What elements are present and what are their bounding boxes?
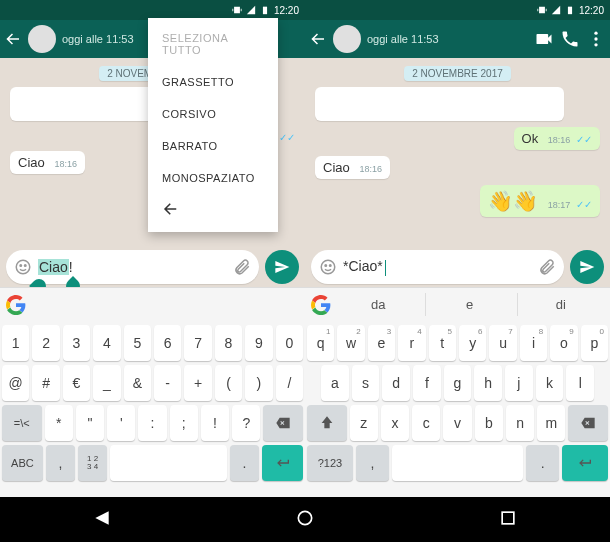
key-rparen[interactable]: ) (245, 365, 272, 401)
key-i[interactable]: i8 (520, 325, 547, 361)
key-d[interactable]: d (382, 365, 410, 401)
key-mode-abc[interactable]: ABC (2, 445, 43, 481)
nav-recent[interactable] (498, 508, 518, 532)
key-space[interactable] (392, 445, 523, 481)
key-5[interactable]: 5 (124, 325, 151, 361)
incoming-bubble[interactable]: Ciao 18:16 (10, 151, 85, 174)
menu-italic[interactable]: CORSIVO (148, 98, 278, 130)
key-amp[interactable]: & (124, 365, 151, 401)
message-input-box[interactable]: Ciao! (6, 250, 259, 284)
avatar[interactable] (333, 25, 361, 53)
key-enter[interactable] (262, 445, 303, 481)
key-numpad[interactable]: 1 23 4 (78, 445, 107, 481)
key-shift[interactable] (307, 405, 347, 441)
key-b[interactable]: b (475, 405, 503, 441)
message-input[interactable]: *Ciao* (343, 258, 532, 275)
key-s[interactable]: s (352, 365, 380, 401)
key-semicolon[interactable]: ; (170, 405, 198, 441)
key-7[interactable]: 7 (184, 325, 211, 361)
key-9[interactable]: 9 (245, 325, 272, 361)
key-g[interactable]: g (444, 365, 472, 401)
key-more-symbols[interactable]: =\< (2, 405, 42, 441)
key-k[interactable]: k (536, 365, 564, 401)
key-plus[interactable]: + (184, 365, 211, 401)
back-icon[interactable] (4, 30, 22, 48)
key-dquote[interactable]: " (76, 405, 104, 441)
key-enter[interactable] (562, 445, 608, 481)
key-1[interactable]: 1 (2, 325, 29, 361)
key-0[interactable]: 0 (276, 325, 303, 361)
key-u[interactable]: u7 (489, 325, 516, 361)
menu-bold[interactable]: GRASSETTO (148, 66, 278, 98)
key-o[interactable]: o9 (550, 325, 577, 361)
emoji-icon[interactable] (319, 258, 337, 276)
key-f[interactable]: f (413, 365, 441, 401)
key-2[interactable]: 2 (32, 325, 59, 361)
menu-monospace[interactable]: MONOSPAZIATO (148, 162, 278, 194)
incoming-bubble[interactable]: Ciao 18:16 (315, 156, 390, 179)
key-at[interactable]: @ (2, 365, 29, 401)
google-icon[interactable] (311, 295, 331, 315)
key-euro[interactable]: € (63, 365, 90, 401)
more-icon[interactable] (586, 29, 606, 49)
key-squote[interactable]: ' (107, 405, 135, 441)
key-4[interactable]: 4 (93, 325, 120, 361)
key-c[interactable]: c (412, 405, 440, 441)
attach-icon[interactable] (538, 258, 556, 276)
nav-back[interactable] (92, 508, 112, 532)
menu-strikethrough[interactable]: BARRATO (148, 130, 278, 162)
key-dot[interactable]: . (230, 445, 259, 481)
key-l[interactable]: l (566, 365, 594, 401)
key-hash[interactable]: # (32, 365, 59, 401)
suggestion[interactable]: di (517, 293, 604, 316)
key-r[interactable]: r4 (398, 325, 425, 361)
key-star[interactable]: * (45, 405, 73, 441)
key-minus[interactable]: - (154, 365, 181, 401)
key-h[interactable]: h (474, 365, 502, 401)
key-bang[interactable]: ! (201, 405, 229, 441)
outgoing-bubble[interactable]: 👋👋 18:17 ✓✓ (480, 185, 600, 217)
avatar[interactable] (28, 25, 56, 53)
key-backspace[interactable] (568, 405, 608, 441)
key-question[interactable]: ? (232, 405, 260, 441)
key-q[interactable]: q1 (307, 325, 334, 361)
key-3[interactable]: 3 (63, 325, 90, 361)
send-button[interactable] (570, 250, 604, 284)
key-v[interactable]: v (443, 405, 471, 441)
key-j[interactable]: j (505, 365, 533, 401)
key-p[interactable]: p0 (581, 325, 608, 361)
key-comma[interactable]: , (46, 445, 75, 481)
key-n[interactable]: n (506, 405, 534, 441)
back-icon[interactable] (309, 30, 327, 48)
google-icon[interactable] (6, 295, 26, 315)
key-underscore[interactable]: _ (93, 365, 120, 401)
key-dot[interactable]: . (526, 445, 559, 481)
nav-home[interactable] (295, 508, 315, 532)
key-backspace[interactable] (263, 405, 303, 441)
send-button[interactable] (265, 250, 299, 284)
key-comma[interactable]: , (356, 445, 389, 481)
key-6[interactable]: 6 (154, 325, 181, 361)
key-mode-symbols[interactable]: ?123 (307, 445, 353, 481)
key-slash[interactable]: / (276, 365, 303, 401)
suggestion[interactable]: da (335, 293, 421, 316)
attach-icon[interactable] (233, 258, 251, 276)
message-input-box[interactable]: *Ciao* (311, 250, 564, 284)
key-t[interactable]: t5 (429, 325, 456, 361)
menu-back-icon[interactable] (148, 194, 278, 228)
menu-select-all[interactable]: SELEZIONA TUTTO (148, 22, 278, 66)
key-space[interactable] (110, 445, 227, 481)
incoming-bubble[interactable] (315, 87, 564, 121)
key-a[interactable]: a (321, 365, 349, 401)
key-e[interactable]: e3 (368, 325, 395, 361)
voice-call-icon[interactable] (560, 29, 580, 49)
video-call-icon[interactable] (534, 29, 554, 49)
key-x[interactable]: x (381, 405, 409, 441)
key-m[interactable]: m (537, 405, 565, 441)
key-colon[interactable]: : (138, 405, 166, 441)
key-z[interactable]: z (350, 405, 378, 441)
key-lparen[interactable]: ( (215, 365, 242, 401)
outgoing-bubble[interactable]: Ok 18:16 ✓✓ (514, 127, 600, 150)
emoji-icon[interactable] (14, 258, 32, 276)
key-8[interactable]: 8 (215, 325, 242, 361)
